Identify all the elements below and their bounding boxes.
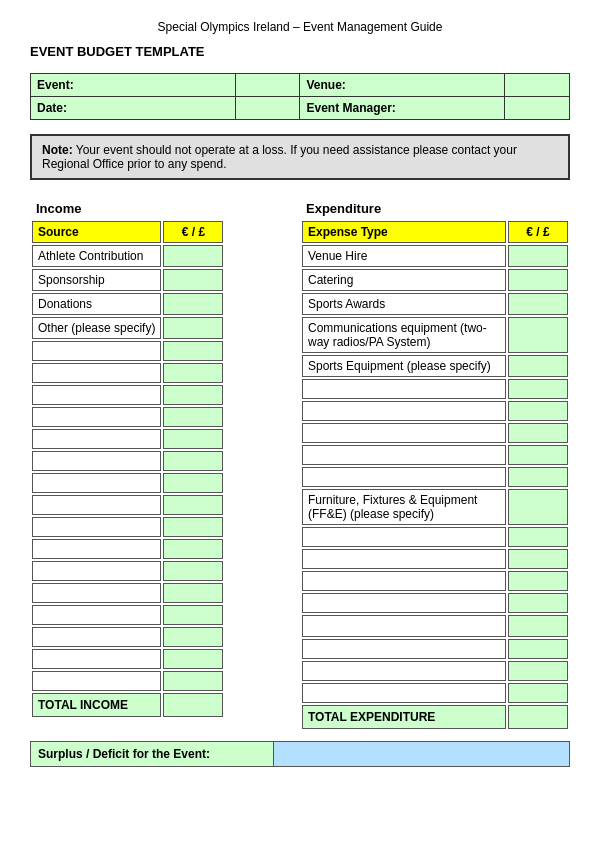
exp-empty-8 [302, 571, 568, 591]
expenditure-col-amount: € / £ [508, 221, 568, 243]
budget-wrapper: Income Source € / £ Athlete Contribution… [30, 196, 570, 731]
exp-row-2: Catering [302, 269, 568, 291]
expenditure-table: Expenditure Expense Type € / £ Venue Hir… [300, 196, 570, 731]
exp-empty-9 [302, 593, 568, 613]
exp-amount-5[interactable] [508, 355, 568, 377]
exp-amount-2[interactable] [508, 269, 568, 291]
exp-label-ffe: Furniture, Fixtures & Equipment (FF&E) (… [302, 489, 506, 525]
exp-label-2: Catering [302, 269, 506, 291]
note-text: Your event should not operate at a loss.… [42, 143, 517, 171]
exp-empty-4 [302, 445, 568, 465]
exp-label-5: Sports Equipment (please specify) [302, 355, 506, 377]
income-col-source: Source [32, 221, 161, 243]
exp-row-3: Sports Awards [302, 293, 568, 315]
income-empty-4 [32, 407, 223, 427]
manager-label: Event Manager: [300, 97, 505, 120]
expenditure-header: Expenditure [302, 198, 568, 219]
doc-title: EVENT BUDGET TEMPLATE [30, 44, 570, 59]
event-label: Event: [31, 74, 236, 97]
income-label-1: Athlete Contribution [32, 245, 161, 267]
exp-empty-6 [302, 527, 568, 547]
income-empty-13 [32, 605, 223, 625]
income-amount-3[interactable] [163, 293, 223, 315]
income-col-header: Source € / £ [32, 221, 223, 243]
exp-empty-1 [302, 379, 568, 399]
event-value[interactable] [235, 74, 300, 97]
note-prefix: Note: [42, 143, 73, 157]
surplus-table: Surplus / Deficit for the Event: [30, 741, 570, 767]
exp-empty-7 [302, 549, 568, 569]
income-col-amount: € / £ [163, 221, 223, 243]
income-total-row: TOTAL INCOME [32, 693, 223, 717]
exp-row-4: Communications equipment (two-way radios… [302, 317, 568, 353]
surplus-value[interactable] [273, 742, 569, 767]
expenditure-total-amount[interactable] [508, 705, 568, 729]
exp-empty-10 [302, 639, 568, 659]
exp-amount-other[interactable] [508, 615, 568, 637]
note-box: Note: Your event should not operate at a… [30, 134, 570, 180]
income-empty-8 [32, 495, 223, 515]
exp-row-ffe: Furniture, Fixtures & Equipment (FF&E) (… [302, 489, 568, 525]
income-amount-2[interactable] [163, 269, 223, 291]
exp-amount-1[interactable] [508, 245, 568, 267]
income-empty-3 [32, 385, 223, 405]
income-header: Income [32, 198, 223, 219]
income-row-1: Athlete Contribution [32, 245, 223, 267]
income-empty-2 [32, 363, 223, 383]
expenditure-col-expense: Expense Type [302, 221, 506, 243]
income-row-3: Donations [32, 293, 223, 315]
income-empty-15 [32, 649, 223, 669]
income-row-2: Sponsorship [32, 269, 223, 291]
income-empty-1 [32, 341, 223, 361]
income-amount-1[interactable] [163, 245, 223, 267]
income-empty-16 [32, 671, 223, 691]
income-total-amount[interactable] [163, 693, 223, 717]
income-section: Income Source € / £ Athlete Contribution… [30, 196, 289, 731]
exp-amount-3[interactable] [508, 293, 568, 315]
surplus-label: Surplus / Deficit for the Event: [31, 742, 274, 767]
exp-row-1: Venue Hire [302, 245, 568, 267]
income-empty-5 [32, 429, 223, 449]
expenditure-section: Expenditure Expense Type € / £ Venue Hir… [300, 196, 570, 731]
income-empty-7 [32, 473, 223, 493]
income-empty-14 [32, 627, 223, 647]
income-label-4: Other (please specify) [32, 317, 161, 339]
expenditure-total-row: TOTAL EXPENDITURE [302, 705, 568, 729]
expenditure-total-label: TOTAL EXPENDITURE [302, 705, 506, 729]
date-label: Date: [31, 97, 236, 120]
income-amount-4[interactable] [163, 317, 223, 339]
date-value[interactable] [235, 97, 300, 120]
exp-label-4: Communications equipment (two-way radios… [302, 317, 506, 353]
info-table: Event: Venue: Date: Event Manager: [30, 73, 570, 120]
income-empty-6 [32, 451, 223, 471]
income-empty-10 [32, 539, 223, 559]
page-header: Special Olympics Ireland – Event Managem… [30, 20, 570, 34]
manager-value[interactable] [505, 97, 570, 120]
income-empty-9 [32, 517, 223, 537]
exp-row-other [302, 615, 568, 637]
income-total-label: TOTAL INCOME [32, 693, 161, 717]
income-row-4: Other (please specify) [32, 317, 223, 339]
income-label-3: Donations [32, 293, 161, 315]
income-empty-11 [32, 561, 223, 581]
expenditure-col-header: Expense Type € / £ [302, 221, 568, 243]
exp-label-1: Venue Hire [302, 245, 506, 267]
exp-empty-2 [302, 401, 568, 421]
income-label-2: Sponsorship [32, 269, 161, 291]
exp-empty-3 [302, 423, 568, 443]
exp-label-3: Sports Awards [302, 293, 506, 315]
exp-amount-4[interactable] [508, 317, 568, 353]
exp-label-other [302, 615, 506, 637]
header-title: Special Olympics Ireland – Event Managem… [158, 20, 443, 34]
income-empty-12 [32, 583, 223, 603]
income-table: Income Source € / £ Athlete Contribution… [30, 196, 225, 719]
exp-empty-5 [302, 467, 568, 487]
venue-value[interactable] [505, 74, 570, 97]
exp-amount-ffe[interactable] [508, 489, 568, 525]
exp-empty-12 [302, 683, 568, 703]
exp-row-5: Sports Equipment (please specify) [302, 355, 568, 377]
venue-label: Venue: [300, 74, 505, 97]
exp-empty-11 [302, 661, 568, 681]
